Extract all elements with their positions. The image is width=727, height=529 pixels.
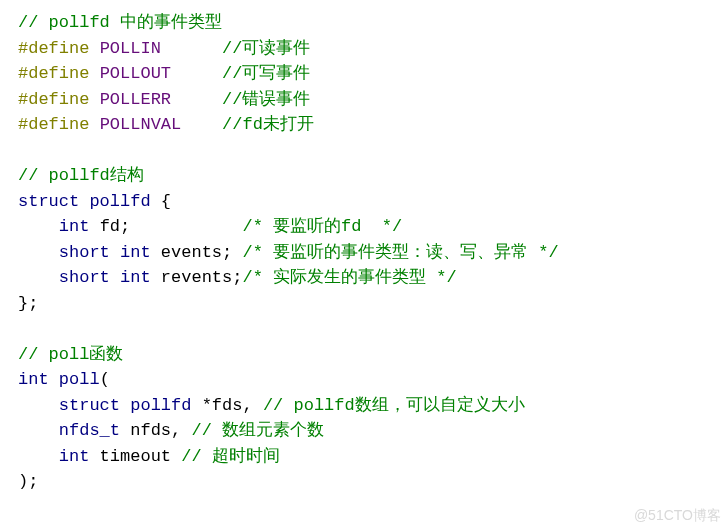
- code-block: // pollfd 中的事件类型 #define POLLIN //可读事件 #…: [0, 0, 727, 505]
- comment-pollin: //可读事件: [222, 39, 310, 58]
- macro-pollnval: POLLNVAL: [100, 115, 182, 134]
- param-fds: *fds,: [191, 396, 262, 415]
- comment-poll-func: // poll函数: [18, 345, 123, 364]
- keyword-struct: struct: [18, 192, 79, 211]
- func-name-poll: poll: [59, 370, 100, 389]
- directive-define: #define: [18, 115, 89, 134]
- field-revents: revents: [161, 268, 232, 287]
- pad: [161, 39, 222, 58]
- keyword-int: int: [120, 243, 151, 262]
- watermark: @51CTO博客: [634, 507, 721, 525]
- param-timeout: timeout: [89, 447, 181, 466]
- comment-event-types: // pollfd 中的事件类型: [18, 13, 222, 32]
- comment-pollout: //可写事件: [222, 64, 310, 83]
- field-fd: fd: [100, 217, 120, 236]
- comment-fd: /* 要监听的fd */: [242, 217, 402, 236]
- keyword-int: int: [59, 217, 90, 236]
- struct-name-pollfd: pollfd: [89, 192, 150, 211]
- type-pollfd: pollfd: [130, 396, 191, 415]
- param-nfds: nfds,: [120, 421, 191, 440]
- keyword-short: short: [59, 243, 110, 262]
- field-events: events: [161, 243, 222, 262]
- comment-pollnval: //fd未打开: [222, 115, 314, 134]
- poll-close: );: [18, 472, 38, 491]
- comment-struct: // pollfd结构: [18, 166, 144, 185]
- keyword-int: int: [59, 447, 90, 466]
- brace-open: {: [151, 192, 171, 211]
- macro-pollin: POLLIN: [100, 39, 161, 58]
- struct-close: };: [18, 294, 38, 313]
- macro-pollout: POLLOUT: [100, 64, 171, 83]
- directive-define: #define: [18, 64, 89, 83]
- macro-pollerr: POLLERR: [100, 90, 171, 109]
- comment-events: /* 要监听的事件类型：读、写、异常 */: [242, 243, 558, 262]
- type-nfds-t: nfds_t: [59, 421, 120, 440]
- directive-define: #define: [18, 39, 89, 58]
- directive-define: #define: [18, 90, 89, 109]
- keyword-int: int: [18, 370, 49, 389]
- comment-fds: // pollfd数组，可以自定义大小: [263, 396, 525, 415]
- comment-pollerr: //错误事件: [222, 90, 310, 109]
- keyword-struct: struct: [59, 396, 120, 415]
- comment-revents: /* 实际发生的事件类型 */: [242, 268, 456, 287]
- pad: [171, 90, 222, 109]
- keyword-int: int: [120, 268, 151, 287]
- comment-timeout: // 超时时间: [181, 447, 280, 466]
- comment-nfds: // 数组元素个数: [191, 421, 324, 440]
- pad: [171, 64, 222, 83]
- pad: [181, 115, 222, 134]
- keyword-short: short: [59, 268, 110, 287]
